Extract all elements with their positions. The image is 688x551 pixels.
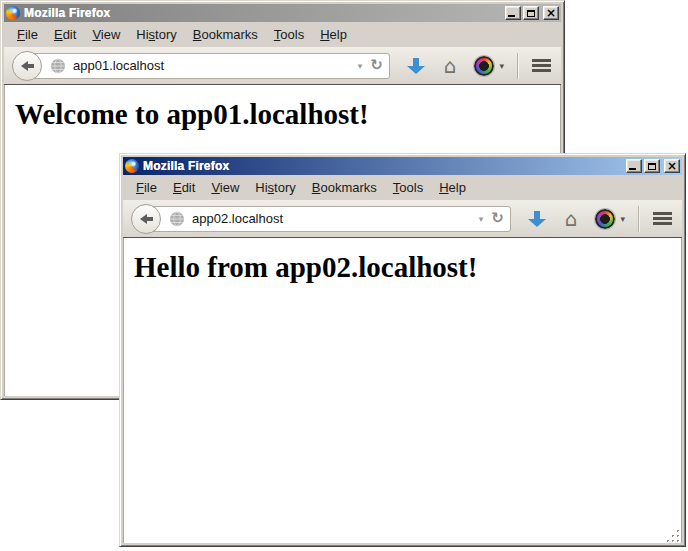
- url-text[interactable]: app01.localhost: [73, 58, 354, 73]
- window-controls: ×: [626, 159, 680, 173]
- back-button[interactable]: [12, 51, 42, 81]
- menu-view[interactable]: View: [84, 25, 128, 44]
- addon-caret-icon[interactable]: ▾: [499, 61, 504, 71]
- globe-icon: [50, 58, 66, 74]
- download-button[interactable]: [406, 58, 426, 74]
- resize-grip[interactable]: [667, 529, 681, 543]
- back-button[interactable]: [131, 204, 161, 234]
- menu-bookmarks[interactable]: Bookmarks: [304, 178, 385, 197]
- navigation-toolbar: app01.localhost ▾ ↻ ⌂ ▾: [4, 47, 561, 85]
- close-icon: ×: [546, 8, 556, 18]
- download-arrow-icon: [407, 66, 425, 74]
- home-button[interactable]: ⌂: [444, 56, 457, 76]
- page-content: Hello from app02.localhost!: [123, 238, 682, 543]
- url-dropdown-icon[interactable]: ▾: [358, 61, 363, 71]
- minimize-button[interactable]: [505, 6, 521, 20]
- reload-button[interactable]: ↻: [370, 58, 383, 73]
- close-button[interactable]: ×: [664, 159, 680, 173]
- menu-bar: File Edit View History Bookmarks Tools H…: [4, 22, 561, 47]
- menu-edit[interactable]: Edit: [165, 178, 203, 197]
- menu-history[interactable]: History: [247, 178, 303, 197]
- menu-tools[interactable]: Tools: [266, 25, 312, 44]
- menu-tools[interactable]: Tools: [385, 178, 431, 197]
- home-button[interactable]: ⌂: [565, 209, 578, 229]
- minimize-button[interactable]: [626, 159, 642, 173]
- hamburger-menu-button[interactable]: [653, 212, 672, 225]
- back-arrow-icon: [21, 61, 28, 71]
- close-icon: ×: [667, 161, 677, 171]
- browser-window-app02: Mozilla Firefox × File Edit View History…: [119, 153, 686, 547]
- url-bar[interactable]: app02.localhost ▾ ↻: [146, 206, 511, 232]
- firefox-icon: [6, 6, 20, 20]
- maximize-icon: [527, 10, 535, 17]
- window-controls: ×: [505, 6, 559, 20]
- download-arrow-icon: [528, 219, 546, 227]
- firefox-icon: [125, 159, 139, 173]
- toolbar-separator: [517, 53, 518, 79]
- menu-history[interactable]: History: [128, 25, 184, 44]
- maximize-button[interactable]: [644, 159, 660, 173]
- reload-button[interactable]: ↻: [491, 211, 504, 226]
- menu-file[interactable]: File: [9, 25, 46, 44]
- back-arrow-icon: [140, 214, 147, 224]
- menu-help[interactable]: Help: [431, 178, 474, 197]
- title-bar[interactable]: Mozilla Firefox ×: [4, 4, 561, 22]
- url-text[interactable]: app02.localhost: [192, 211, 475, 226]
- addon-colorwheel-button[interactable]: [595, 209, 615, 229]
- menu-help[interactable]: Help: [312, 25, 355, 44]
- page-heading: Hello from app02.localhost!: [134, 251, 681, 284]
- addon-caret-icon[interactable]: ▾: [620, 214, 625, 224]
- maximize-button[interactable]: [523, 6, 539, 20]
- minimize-icon: [629, 168, 636, 170]
- minimize-icon: [508, 15, 515, 17]
- menu-bar: File Edit View History Bookmarks Tools H…: [123, 175, 682, 200]
- menu-bookmarks[interactable]: Bookmarks: [185, 25, 266, 44]
- url-dropdown-icon[interactable]: ▾: [479, 214, 484, 224]
- menu-edit[interactable]: Edit: [46, 25, 84, 44]
- globe-icon: [169, 211, 185, 227]
- download-button[interactable]: [527, 211, 547, 227]
- hamburger-menu-button[interactable]: [532, 59, 551, 72]
- toolbar-separator: [638, 206, 639, 232]
- menu-view[interactable]: View: [203, 178, 247, 197]
- url-bar[interactable]: app01.localhost ▾ ↻: [27, 53, 390, 79]
- close-button[interactable]: ×: [543, 6, 559, 20]
- maximize-icon: [648, 163, 656, 170]
- addon-colorwheel-button[interactable]: [474, 56, 494, 76]
- window-title: Mozilla Firefox: [24, 6, 505, 20]
- page-heading: Welcome to app01.localhost!: [15, 98, 560, 131]
- window-title: Mozilla Firefox: [143, 159, 626, 173]
- menu-file[interactable]: File: [128, 178, 165, 197]
- title-bar[interactable]: Mozilla Firefox ×: [123, 157, 682, 175]
- navigation-toolbar: app02.localhost ▾ ↻ ⌂ ▾: [123, 200, 682, 238]
